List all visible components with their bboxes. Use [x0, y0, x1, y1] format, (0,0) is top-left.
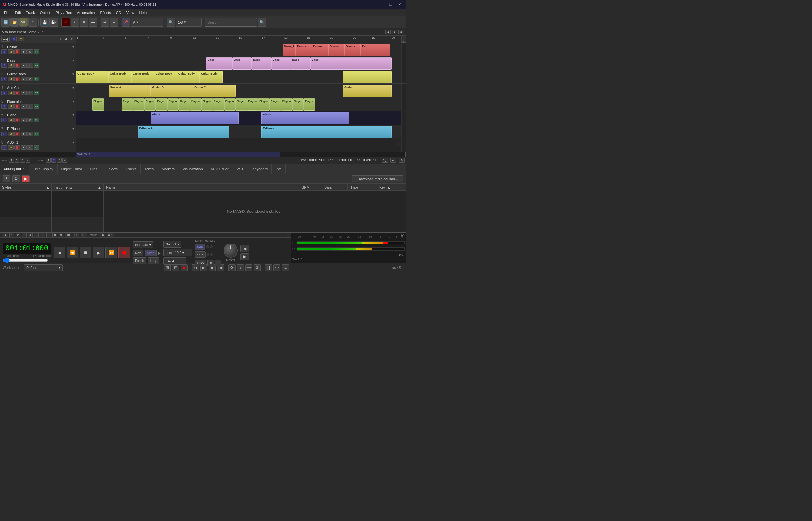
zoom-4[interactable]: 4	[63, 158, 67, 163]
solo-all-button[interactable]: S	[11, 37, 17, 41]
in-btn[interactable]: in	[100, 233, 106, 237]
sp-instruments-header[interactable]: Instruments ▲	[52, 184, 103, 191]
hash-button[interactable]: #	[207, 260, 214, 266]
monitor-gb[interactable]: ■	[21, 77, 26, 82]
tab-soundpool[interactable]: Soundpool ✕	[0, 164, 29, 174]
fx-bass[interactable]: FX	[33, 63, 40, 68]
fx-aux[interactable]: FX	[33, 145, 40, 150]
marker-1-btn[interactable]: 1	[9, 233, 14, 237]
marker-10-btn[interactable]: 10	[65, 233, 71, 237]
solo-gb[interactable]: S	[1, 77, 7, 82]
tab-keyboard[interactable]: Keyboard	[248, 164, 272, 174]
panel-minimize-icon[interactable]: —	[396, 233, 400, 238]
tab-takes[interactable]: Takes	[141, 164, 158, 174]
segment-drum-6[interactable]: Dru	[361, 44, 390, 56]
quantize-dropdown[interactable]: 1/8 ▾	[176, 18, 202, 26]
sp-styles-list[interactable]	[0, 191, 51, 217]
tab-vsti[interactable]: VSTi	[233, 164, 248, 174]
tab-midi-editor[interactable]: MIDI Editor	[207, 164, 233, 174]
solo-fl[interactable]: S	[1, 104, 7, 109]
save-as-button[interactable]: 💾▾	[49, 18, 58, 26]
seg-piano-2[interactable]: Piano	[262, 112, 349, 124]
segment-drum-2[interactable]: Drums	[296, 44, 312, 56]
menu-object[interactable]: Object	[38, 10, 53, 15]
mute-drums[interactable]: M	[8, 49, 14, 54]
panel-close-icon[interactable]: ✕	[401, 233, 404, 238]
sp-styles-header[interactable]: Styles ▲	[0, 184, 51, 191]
prev-marker-btn[interactable]: |◀	[2, 233, 8, 237]
search-input[interactable]	[205, 18, 257, 26]
tab-soundpool-close[interactable]: ✕	[22, 167, 25, 171]
mute-all-button[interactable]: M	[18, 37, 24, 41]
redo-button[interactable]: ↪	[110, 18, 118, 26]
seg-fl-5[interactable]: Flageo	[156, 98, 167, 111]
tempo-button[interactable]: —	[89, 18, 97, 26]
menu-help[interactable]: Help	[137, 10, 149, 15]
mute-piano[interactable]: M	[8, 118, 14, 122]
bpm-dropdown[interactable]: bpm 110.0 ▾	[163, 249, 193, 256]
seg-ag-1[interactable]: Guitar A	[109, 85, 151, 97]
solo-aux[interactable]: S	[1, 145, 7, 150]
seg-fl-8[interactable]: Flageo	[190, 98, 201, 111]
seg-fl-13[interactable]: Flageo	[247, 98, 258, 111]
marker-2-btn[interactable]: 2	[16, 233, 20, 237]
minimize-button[interactable]: —	[378, 2, 385, 7]
tab-markers[interactable]: Markers	[158, 164, 179, 174]
rec-bass[interactable]	[14, 63, 20, 68]
menu-track[interactable]: Track	[24, 10, 38, 15]
sp-play-preview-button[interactable]: ▶	[22, 175, 30, 182]
seg-fl-11[interactable]: Flageo	[224, 98, 235, 111]
rec-fl[interactable]	[14, 104, 20, 109]
rec-ag[interactable]	[14, 91, 20, 95]
zoom-3[interactable]: 3	[57, 158, 62, 163]
marker-9-btn[interactable]: 9	[59, 233, 63, 237]
time-slider-area[interactable]	[3, 258, 51, 262]
track-expand-drums[interactable]: ▾	[72, 45, 74, 49]
seg-ep-1[interactable]: E-Piano A	[138, 126, 229, 138]
track-content-guitar-body[interactable]: Guitar Body Guitar Body Guitar Body Guit…	[76, 70, 402, 84]
settings-button[interactable]: ≡	[28, 18, 37, 26]
loop-region[interactable]	[76, 152, 280, 157]
monitor-drums[interactable]: ■	[21, 49, 26, 54]
mute-aux[interactable]: M	[8, 145, 14, 150]
sp-th-bars[interactable]: Bars	[322, 184, 348, 190]
fullscreen-button[interactable]: ⛶	[382, 158, 388, 163]
fx-gb[interactable]: FX	[33, 77, 40, 82]
track-expand-gb[interactable]: ▾	[72, 72, 74, 76]
expand-arrow[interactable]: ▶	[158, 251, 161, 255]
play-button[interactable]: ▶	[92, 247, 104, 258]
seg-fl-16[interactable]: Flageo	[281, 98, 292, 111]
input-piano[interactable]: ⊙	[27, 118, 33, 122]
marker-3-btn[interactable]: 3	[22, 233, 26, 237]
seg-fl-1[interactable]: Flageo	[92, 98, 104, 111]
add-track-button[interactable]: +	[397, 141, 402, 147]
zoom-1[interactable]: 1	[46, 158, 51, 163]
segment-drum-3[interactable]: Drums	[312, 44, 328, 56]
fx-piano[interactable]: FX	[33, 118, 40, 122]
fx-ep[interactable]: FX	[33, 132, 40, 136]
monitor-aux[interactable]: ■	[21, 145, 26, 150]
click-button[interactable]: Click	[195, 260, 207, 266]
loop-end-handle[interactable]	[405, 152, 406, 157]
track-expand-button[interactable]: ◀	[63, 37, 68, 41]
vip-options-button[interactable]: ▾	[392, 30, 397, 34]
sp-preview-button[interactable]: 👁	[3, 175, 10, 182]
open-vip-button[interactable]: VIP	[19, 18, 28, 26]
marker-12-btn[interactable]: 12	[81, 233, 87, 237]
seg-gb-3[interactable]: Guitar Body	[131, 71, 154, 84]
rec-drums[interactable]	[14, 49, 20, 54]
marker-7-btn[interactable]: 7	[46, 233, 51, 237]
midi-led-btn[interactable]: MIDI	[195, 251, 206, 258]
undo-btn-pos[interactable]: ↩	[390, 158, 396, 163]
sp-settings-button[interactable]: ⚙	[12, 175, 20, 182]
seg-gb-1[interactable]: Guitar Body	[76, 71, 109, 84]
input-ep[interactable]: ⊙	[27, 132, 33, 136]
seg-fl-12[interactable]: Flageo	[235, 98, 247, 111]
track-options-button[interactable]: ▾	[70, 37, 74, 41]
seg-gb-7[interactable]	[343, 71, 392, 84]
search-icon-btn[interactable]: 🔍	[166, 18, 175, 26]
input-gb[interactable]: ⊙	[27, 77, 33, 82]
seg-fl-7[interactable]: Flageo	[179, 98, 190, 111]
record-settings-button[interactable]: 3€	[70, 18, 79, 26]
marker-8-btn[interactable]: 8	[52, 233, 57, 237]
